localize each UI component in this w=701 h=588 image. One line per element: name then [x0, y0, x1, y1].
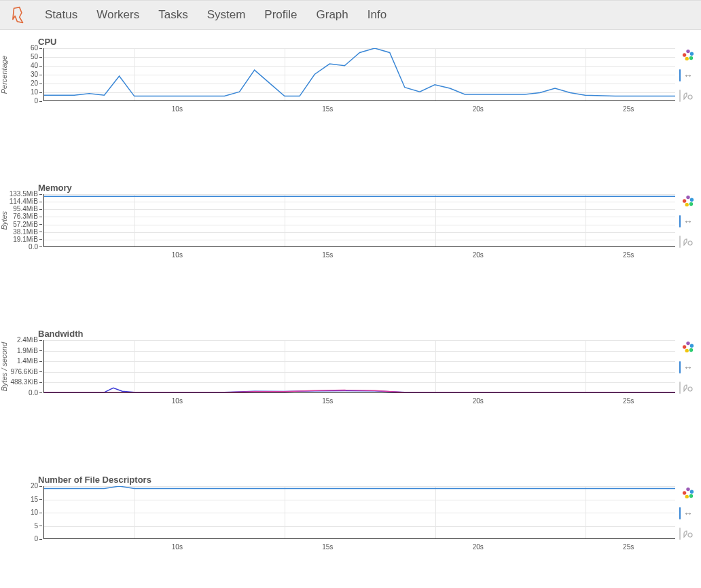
nav-system[interactable]: System: [198, 1, 255, 29]
svg-point-21: [685, 495, 689, 498]
svg-point-6: [686, 196, 689, 199]
reset-tool-icon[interactable]: [681, 381, 695, 394]
x-tick: 15s: [322, 543, 333, 551]
svg-point-16: [683, 345, 686, 348]
nav-profile[interactable]: Profile: [255, 1, 306, 29]
nav-info[interactable]: Info: [358, 1, 396, 29]
plot-area[interactable]: [43, 48, 675, 101]
x-tick: 20s: [473, 397, 484, 405]
y-axis: 133.5MiB114.4MiB95.4MiB76.3MiB57.2MiB38.…: [10, 194, 43, 247]
pan-tool-icon[interactable]: ↔: [681, 507, 695, 520]
chart-bandwidth: BandwidthBytes / second2.4MiB1.9MiB1.4Mi…: [0, 329, 701, 393]
svg-point-3: [685, 57, 689, 60]
svg-point-4: [683, 53, 686, 56]
plot-area[interactable]: [43, 194, 675, 247]
x-tick: 10s: [172, 251, 183, 259]
y-axis: 2.4MiB1.9MiB1.4MiB976.6KiB488.3KiB0.0: [10, 340, 43, 393]
reset-tool-icon[interactable]: [681, 235, 695, 249]
plot-area[interactable]: [43, 340, 675, 393]
svg-point-5: [688, 95, 692, 99]
svg-point-22: [683, 491, 686, 494]
x-tick: 20s: [473, 543, 484, 551]
y-axis-label: Bytes: [0, 211, 10, 230]
chart-toolbar: ↔: [678, 48, 698, 103]
svg-point-13: [690, 344, 694, 348]
bokeh-logo-icon[interactable]: [681, 340, 695, 354]
reset-tool-icon[interactable]: [681, 89, 695, 103]
x-tick: 10s: [172, 397, 183, 405]
nav-status[interactable]: Status: [35, 1, 87, 29]
plot-area[interactable]: [43, 486, 675, 539]
svg-point-20: [689, 494, 693, 498]
x-tick: 15s: [322, 251, 333, 259]
chart-memory: MemoryBytes133.5MiB114.4MiB95.4MiB76.3Mi…: [0, 183, 701, 247]
svg-point-9: [685, 203, 689, 206]
navbar: Status Workers Tasks System Profile Grap…: [0, 0, 701, 30]
x-tick: 10s: [172, 105, 183, 113]
reset-tool-icon[interactable]: [681, 527, 695, 540]
x-tick: 25s: [623, 397, 634, 405]
series-read: [44, 48, 675, 96]
x-tick: 25s: [623, 251, 634, 259]
svg-point-19: [690, 490, 694, 494]
y-axis: 20151050: [10, 486, 43, 539]
bokeh-logo-icon[interactable]: [681, 194, 695, 208]
chart-title: CPU: [38, 37, 701, 47]
nav-tasks[interactable]: Tasks: [149, 1, 197, 29]
bokeh-logo-icon[interactable]: [681, 48, 695, 62]
chart-toolbar: ↔: [678, 486, 698, 540]
chart-title: Bandwidth: [38, 329, 701, 339]
chart-toolbar: ↔: [678, 340, 698, 394]
x-tick: 15s: [322, 397, 333, 405]
y-axis-label: Percentage: [0, 56, 10, 94]
chart-title: Number of File Descriptors: [38, 475, 701, 485]
chart-cpu: CPUPercentage605040302010010s15s20s25s↔: [0, 37, 701, 101]
svg-point-2: [689, 56, 693, 60]
chart-toolbar: ↔: [678, 194, 698, 249]
svg-point-15: [685, 349, 689, 352]
svg-point-11: [688, 241, 692, 245]
svg-point-0: [686, 50, 689, 53]
bokeh-logo-icon[interactable]: [681, 486, 695, 500]
svg-point-17: [688, 387, 692, 391]
x-tick: 25s: [623, 543, 634, 551]
svg-point-8: [689, 202, 693, 206]
svg-point-18: [686, 488, 689, 491]
svg-point-12: [686, 342, 689, 345]
y-axis: 6050403020100: [10, 48, 43, 101]
x-tick: 20s: [473, 105, 484, 113]
x-tick: 20s: [473, 251, 484, 259]
svg-point-23: [688, 533, 692, 537]
svg-point-10: [683, 199, 686, 202]
series-read: [44, 486, 675, 489]
nav-graph[interactable]: Graph: [307, 1, 358, 29]
chart-number-of-file-descriptors: Number of File Descriptors2015105010s15s…: [0, 475, 701, 539]
pan-tool-icon[interactable]: ↔: [681, 69, 695, 82]
pan-tool-icon[interactable]: ↔: [681, 215, 695, 228]
x-tick: 25s: [623, 105, 634, 113]
x-tick: 15s: [322, 105, 333, 113]
chart-title: Memory: [38, 183, 701, 193]
x-tick: 10s: [172, 543, 183, 551]
svg-point-7: [690, 198, 694, 202]
y-axis-label: Bytes / second: [0, 342, 10, 391]
svg-point-1: [690, 52, 694, 56]
nav-workers[interactable]: Workers: [87, 1, 149, 29]
svg-point-14: [689, 348, 693, 352]
dask-logo-icon[interactable]: [10, 6, 27, 24]
pan-tool-icon[interactable]: ↔: [681, 361, 695, 374]
